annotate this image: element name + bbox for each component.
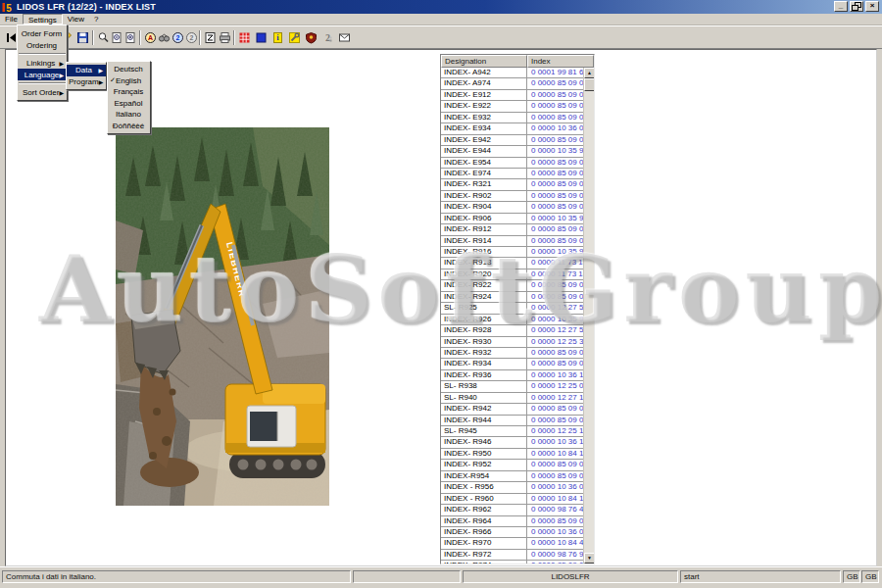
table-row[interactable]: INDEX- R9500 0000 10 84 19 38 xyxy=(441,449,583,460)
table-row[interactable]: INDEX-R9540 0000 85 09 079 xyxy=(441,471,583,482)
language-submenu: Data▶Program▶ xyxy=(66,62,107,90)
menu-item-italiano[interactable]: Italiano xyxy=(108,109,150,121)
table-row[interactable]: INDEX- E9420 0000 85 09 064 xyxy=(441,135,583,146)
cell-index: 0 0000 85 09 071 xyxy=(527,236,583,246)
table-row[interactable]: INDEX- R9120 0000 85 09 070 xyxy=(441,224,583,235)
menu-item-russian[interactable]: Ðóññêèé xyxy=(108,121,150,132)
quantity-button[interactable]: 2 xyxy=(319,29,336,46)
menu-file[interactable]: File xyxy=(0,14,23,24)
scroll-up-button[interactable]: ▲ xyxy=(584,68,595,78)
menu-help[interactable]: ? xyxy=(89,14,103,24)
menu-item-program[interactable]: Program▶ xyxy=(67,76,106,88)
menu-item-espa-ol[interactable]: Español xyxy=(108,98,150,110)
menu-item-label: Ðóññêèé xyxy=(113,122,144,130)
table-row[interactable]: INDEX- R9640 0000 85 09 080 xyxy=(441,516,583,527)
table-row[interactable]: INDEX- R9360 0000 10 36 18 94 xyxy=(441,370,583,381)
table-row[interactable]: INDEX- R9320 0000 85 09 074 xyxy=(441,348,583,359)
table-row[interactable]: INDEX- R9260 0000 10 35 95 27 xyxy=(441,315,583,325)
info-icon: i xyxy=(271,31,284,44)
column-header-index[interactable]: Index xyxy=(527,55,594,68)
table-row[interactable]: INDEX- E9220 0000 85 09 062 xyxy=(441,101,583,112)
tools-button[interactable] xyxy=(286,29,303,46)
menu-item-english[interactable]: ✓English xyxy=(108,75,150,87)
table-row[interactable]: INDEX- R9200 0000 11 73 14 01 xyxy=(441,270,583,280)
cell-index: 0 0000 12 27 51 73 xyxy=(527,303,583,313)
scrollbar-thumb[interactable] xyxy=(584,78,595,91)
restore-button[interactable] xyxy=(850,1,863,12)
info-button[interactable]: i xyxy=(270,29,286,46)
table-row[interactable]: INDEX- R9740 0000 85 09 084 xyxy=(441,561,583,564)
table-row[interactable]: INDEX- A9740 0000 85 09 089 xyxy=(441,78,583,89)
zoom-page-in-button[interactable] xyxy=(122,29,139,46)
table-row[interactable]: INDEX- R9020 0000 85 09 068 xyxy=(441,191,583,202)
table-row[interactable]: INDEX- R9060 0000 10 35 95 50 xyxy=(441,214,583,224)
cell-designation: INDEX- E944 xyxy=(441,146,527,156)
table-row[interactable]: INDEX- R9180 0000 11 73 14 00 xyxy=(441,258,583,269)
cell-index: 0 0000 85 09 075 xyxy=(527,359,583,368)
table-row[interactable]: INDEX- E9740 0000 85 09 065 xyxy=(441,169,583,179)
table-row[interactable]: INDEX- R9300 0000 12 25 32 63 xyxy=(441,337,583,348)
cell-index: 0 0000 10 36 18 95 xyxy=(527,437,583,447)
menu-item-linkings[interactable]: Linkings▶ xyxy=(18,57,67,69)
find-figure-alt-button[interactable]: 2 xyxy=(183,29,200,46)
table-row[interactable]: INDEX- R9240 0000 85 09 073 xyxy=(441,292,583,303)
menu-item-ordering[interactable]: Ordering xyxy=(18,39,67,51)
cell-designation: INDEX- R946 xyxy=(441,437,527,447)
table-row[interactable]: INDEX- R9340 0000 85 09 075 xyxy=(441,359,583,369)
brand-shield-button[interactable] xyxy=(303,29,319,46)
table-row[interactable]: INDEX- R9220 0000 85 09 072 xyxy=(441,280,583,291)
table-row[interactable]: INDEX- R9040 0000 85 09 069 xyxy=(441,202,583,213)
menu-item-order-form[interactable]: Order Form xyxy=(18,27,67,39)
cell-designation: INDEX - R956 xyxy=(441,482,527,492)
table-row[interactable]: INDEX- E9440 0000 10 35 98 92 xyxy=(441,146,583,157)
app-icon: 5 xyxy=(2,2,13,13)
menu-view[interactable]: View xyxy=(63,14,89,24)
table-row[interactable]: INDEX- A9420 0001 99 81 692 xyxy=(441,68,583,78)
status-app-name: LIDOSLFR xyxy=(463,570,678,583)
minimize-button[interactable]: _ xyxy=(834,1,848,12)
menu-item-label: Program xyxy=(69,77,99,86)
menu-item-deutsch[interactable]: Deutsch xyxy=(108,64,150,75)
table-row[interactable]: INDEX- R9420 0000 85 09 076 xyxy=(441,404,583,415)
table-row[interactable]: SL- R9400 0000 12 27 17 94 xyxy=(441,393,583,404)
table-row[interactable]: INDEX- R9720 0000 98 76 970 xyxy=(441,550,583,561)
table-row[interactable]: INDEX- R9460 0000 10 36 18 95 xyxy=(441,437,583,448)
table-row[interactable]: INDEX- R9160 0000 10 35 95 26 xyxy=(441,247,583,258)
table-row[interactable]: SL- R9250 0000 12 27 51 73 xyxy=(441,303,583,314)
graphic-button[interactable] xyxy=(253,29,270,46)
cell-index: 0 0000 11 73 14 00 xyxy=(527,258,583,268)
table-row[interactable]: INDEX- R9280 0000 12 27 51 71 xyxy=(441,325,583,336)
scroll-down-button[interactable]: ▼ xyxy=(584,553,595,564)
table-row[interactable]: INDEX - R9600 0000 10 84 13 92 xyxy=(441,494,583,505)
table-row[interactable]: INDEX- E9540 0000 85 09 087 xyxy=(441,158,583,169)
table-row[interactable]: INDEX- E9340 0000 10 36 05 55 xyxy=(441,123,583,134)
table-row[interactable]: INDEX- R3210 0000 85 09 067 xyxy=(441,179,583,190)
table-row[interactable]: INDEX- R9660 0000 10 36 07 47 xyxy=(441,527,583,538)
save-button[interactable] xyxy=(74,29,91,46)
close-button[interactable]: × xyxy=(865,1,879,12)
menu-item-sort-order[interactable]: Sort Order▶ xyxy=(18,86,67,98)
submenu-arrow-icon: ▶ xyxy=(59,72,64,78)
table-row[interactable]: INDEX- R9700 0000 10 84 46 30 xyxy=(441,538,583,549)
table-row[interactable]: INDEX- R9620 0000 98 76 476 xyxy=(441,505,583,515)
table-row[interactable]: INDEX- E9320 0000 85 09 063 xyxy=(441,113,583,123)
menu-item-fran-ais[interactable]: Français xyxy=(108,86,150,98)
menu-item-data[interactable]: Data▶ xyxy=(67,65,106,76)
excavator-photo: LIEBHERR xyxy=(116,127,329,506)
print-button[interactable] xyxy=(217,29,233,46)
table-row[interactable]: INDEX - R9560 0000 10 36 07 46 xyxy=(441,482,583,493)
column-header-designation[interactable]: Designation xyxy=(441,55,527,68)
table-scrollbar[interactable]: ▲ ▼ xyxy=(583,68,594,564)
parts-table-button[interactable] xyxy=(236,29,253,46)
table-row[interactable]: INDEX- E9120 0000 85 09 061 xyxy=(441,90,583,101)
table-row[interactable]: SL- R9380 0000 12 25 06 57 xyxy=(441,381,583,392)
menu-item-language[interactable]: Language▶ xyxy=(18,69,67,80)
table-row[interactable]: SL- R9450 0000 12 25 17 29 xyxy=(441,426,583,437)
table-row[interactable]: INDEX- R9520 0000 85 09 078 xyxy=(441,460,583,470)
table-row[interactable]: INDEX- R9140 0000 85 09 071 xyxy=(441,236,583,247)
table-row[interactable]: INDEX- R9440 0000 85 09 077 xyxy=(441,416,583,426)
mail-button[interactable] xyxy=(336,29,353,46)
cell-designation: INDEX-R954 xyxy=(441,471,527,481)
menu-settings[interactable]: Settings xyxy=(23,14,63,24)
svg-text:2: 2 xyxy=(325,32,330,43)
